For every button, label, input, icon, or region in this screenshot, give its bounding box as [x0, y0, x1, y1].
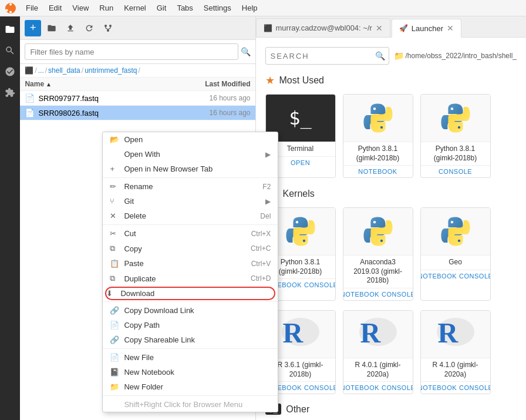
- svg-point-12: [380, 126, 382, 129]
- ctx-download[interactable]: ⬇ Download: [105, 287, 275, 300]
- r-logo-1: R: [277, 315, 324, 353]
- ctx-new-folder[interactable]: 📁 New Folder: [103, 379, 278, 394]
- ctx-browser-menu: Shift+Right Click for Browser Menu: [103, 397, 278, 412]
- file-modified-1: 16 hours ago: [174, 109, 251, 117]
- menu-tabs[interactable]: Tabs: [172, 2, 197, 14]
- activity-files[interactable]: [2, 21, 18, 38]
- card-python-console-actions: CONSOLE: [421, 165, 490, 177]
- card-geo-console[interactable]: CONSOLE: [458, 270, 490, 282]
- column-name[interactable]: Name ▲: [25, 80, 174, 88]
- ctx-copy-shareable-link[interactable]: 🔗 Copy Shareable Link: [103, 332, 278, 347]
- tab-launcher[interactable]: 🚀 Launcher ✕: [392, 19, 461, 38]
- ctx-duplicate[interactable]: ⧉ Duplicate Ctrl+D: [103, 271, 278, 286]
- activity-search[interactable]: [2, 42, 18, 59]
- file-icon-1: 📄: [25, 108, 35, 117]
- launcher-search-bar: 🔍 📁 /home/obss_2022/intro_bash/shell_: [265, 47, 517, 65]
- ctx-paste[interactable]: 📋 Paste Ctrl+V: [103, 256, 278, 271]
- menu-git[interactable]: Git: [152, 2, 171, 14]
- card-r401-notebook[interactable]: NOTEBOOK: [343, 382, 381, 394]
- file-row-0[interactable]: 📄 SRR097977.fastq 16 hours ago: [20, 91, 255, 106]
- breadcrumb-dots[interactable]: ...: [38, 66, 44, 75]
- search-input[interactable]: [25, 43, 238, 60]
- menu-view[interactable]: View: [68, 2, 93, 14]
- ctx-sep-5: [103, 395, 278, 396]
- breadcrumb-home[interactable]: ⬛: [25, 66, 33, 75]
- new-launcher-button[interactable]: +: [25, 20, 41, 36]
- card-r410[interactable]: R R 4.1.0 (gimkl-2020a) NOTEBOOK CONSOLE: [420, 310, 491, 394]
- ctx-copy-download-link[interactable]: 🔗 Copy Download Link: [103, 303, 278, 318]
- breadcrumb-untrimmed[interactable]: untrimmed_fastq: [85, 66, 137, 75]
- ctx-copy-icon: ⧉: [110, 244, 120, 253]
- ctx-delete-shortcut: Del: [260, 212, 271, 220]
- card-r410-console[interactable]: CONSOLE: [458, 382, 490, 394]
- card-r401-label: R 4.0.1 (gimkl-2020a): [343, 358, 413, 381]
- search-box: 🔍: [20, 40, 255, 64]
- card-python-notebook-btn[interactable]: NOTEBOOK: [343, 166, 413, 177]
- python-logo-3: [283, 214, 318, 249]
- ctx-duplicate-icon: ⧉: [110, 274, 120, 283]
- file-toolbar: +: [20, 16, 255, 40]
- card-python-console[interactable]: Python 3.8.1 (gimkl-2018b) CONSOLE: [420, 94, 491, 178]
- tab-terminal[interactable]: ⬛ murray.cadzow@wbl004: ~/r ✕: [256, 18, 390, 37]
- card-anaconda[interactable]: Anaconda3 2019.03 (gimkl-2018b) NOTEBOOK…: [343, 207, 413, 301]
- card-geo-notebook[interactable]: NOTEBOOK: [420, 270, 458, 282]
- card-anaconda-notebook[interactable]: NOTEBOOK: [343, 288, 381, 300]
- tab-launcher-close[interactable]: ✕: [447, 24, 454, 32]
- tab-terminal-close[interactable]: ✕: [376, 24, 383, 32]
- card-geo[interactable]: Geo NOTEBOOK CONSOLE: [420, 207, 491, 301]
- activity-git[interactable]: [2, 63, 18, 80]
- ctx-delete[interactable]: ✕ Delete Del: [103, 209, 278, 223]
- card-r401-actions: NOTEBOOK CONSOLE: [343, 381, 413, 394]
- ctx-cut-icon: ✂: [110, 229, 120, 238]
- menu-help[interactable]: Help: [237, 2, 262, 14]
- ctx-rename-icon: ✏: [110, 182, 120, 191]
- card-r401-console[interactable]: CONSOLE: [380, 382, 413, 394]
- card-r410-actions: NOTEBOOK CONSOLE: [421, 381, 490, 394]
- ctx-copy[interactable]: ⧉ Copy Ctrl+C: [103, 241, 278, 256]
- ctx-new-notebook[interactable]: 📓 New Notebook: [103, 365, 278, 379]
- ctx-sep-3: [103, 301, 278, 302]
- ctx-rename[interactable]: ✏ Rename F2: [103, 179, 278, 194]
- card-r361-console[interactable]: CONSOLE: [303, 382, 335, 394]
- ctx-open-with-arrow: ▶: [265, 150, 271, 159]
- ctx-download-icon: ⬇: [106, 289, 117, 298]
- ctx-new-file[interactable]: 📄 New File: [103, 350, 278, 365]
- tab-launcher-label: Launcher: [412, 24, 443, 33]
- launcher-search-input[interactable]: [266, 48, 372, 64]
- ctx-copy-path[interactable]: 📄 Copy Path: [103, 318, 278, 332]
- upload-button[interactable]: [62, 20, 79, 36]
- ctx-open-with[interactable]: Open With ▶: [103, 147, 278, 162]
- ctx-open[interactable]: 📂 Open: [103, 132, 278, 147]
- card-python-console-btn[interactable]: CONSOLE: [421, 166, 490, 177]
- card-python-notebook[interactable]: Python 3.8.1 (gimkl-2018b) NOTEBOOK: [343, 94, 413, 178]
- svg-point-1: [9, 3, 12, 5]
- activity-extensions[interactable]: [2, 85, 18, 101]
- svg-point-6: [109, 25, 112, 27]
- ctx-copy-path-icon: 📄: [110, 321, 120, 330]
- menu-edit[interactable]: Edit: [44, 2, 66, 14]
- card-anaconda-console[interactable]: CONSOLE: [380, 288, 413, 300]
- menu-file[interactable]: File: [21, 2, 43, 14]
- card-geo-label: Geo: [421, 255, 490, 270]
- menu-run[interactable]: Run: [95, 2, 118, 14]
- r-kernels-cards: R R 3.6.1 (gimkl-2018b) NOTEBOOK CONSOLE: [265, 310, 517, 394]
- column-modified[interactable]: Last Modified: [174, 80, 251, 88]
- ctx-cut[interactable]: ✂ Cut Ctrl+X: [103, 226, 278, 241]
- refresh-button[interactable]: [81, 20, 97, 36]
- menu-kernel[interactable]: Kernel: [119, 2, 151, 14]
- ctx-open-browser-tab[interactable]: + Open in New Browser Tab: [103, 162, 278, 176]
- git-button[interactable]: [100, 20, 116, 36]
- new-folder-button[interactable]: [43, 20, 60, 36]
- file-row-1[interactable]: 📄 SRR098026.fastq 16 hours ago: [20, 106, 255, 120]
- menu-settings[interactable]: Settings: [199, 2, 236, 14]
- breadcrumb-shell-data[interactable]: shell_data: [48, 66, 80, 75]
- right-panel: ⬛ murray.cadzow@wbl004: ~/r ✕ 🚀 Launcher…: [256, 16, 526, 420]
- card-r401[interactable]: R R 4.0.1 (gimkl-2020a) NOTEBOOK CONSOLE: [343, 310, 413, 394]
- card-anaconda-img: [343, 208, 413, 255]
- ctx-git[interactable]: ⑂ Git ▶: [103, 194, 278, 209]
- file-name-0: SRR097977.fastq: [38, 94, 174, 103]
- search-icon[interactable]: 🔍: [241, 47, 251, 56]
- card-python381-console[interactable]: CONSOLE: [303, 279, 335, 291]
- ctx-sep-4: [103, 348, 278, 349]
- card-r410-notebook[interactable]: NOTEBOOK: [420, 382, 458, 394]
